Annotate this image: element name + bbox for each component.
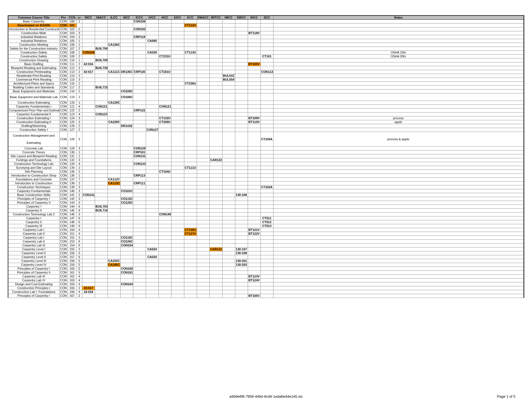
cell-eicc xyxy=(171,35,184,39)
cell-pre: CON xyxy=(59,109,68,113)
cell-scc xyxy=(260,174,273,178)
cell-ncc xyxy=(120,275,133,279)
cell-iccc xyxy=(133,251,146,255)
cell-ivcc xyxy=(146,279,158,282)
table-row: Construction SafetyCON1092CT231UCT101OSH… xyxy=(8,55,524,58)
cell-notes xyxy=(273,101,524,105)
cell-eicc xyxy=(171,275,184,279)
cell-iccc xyxy=(133,263,146,267)
cell-hcc xyxy=(158,282,171,286)
cell-notes xyxy=(273,35,524,39)
cell-kcc xyxy=(184,247,197,251)
cell-cr: 4 xyxy=(76,290,82,294)
cell-cr: 3 xyxy=(76,170,82,174)
cell-scc xyxy=(260,82,273,86)
cell-notes xyxy=(273,267,524,271)
cell-kcc xyxy=(184,58,197,62)
cell-pre: CON xyxy=(59,124,68,128)
cell-nicc xyxy=(82,74,95,78)
cell-nicc: CON108 xyxy=(82,51,95,55)
cell-scc xyxy=(260,39,273,43)
cell-nicc xyxy=(82,24,95,27)
cell-ilcc xyxy=(108,20,120,24)
cell-ihcc: BT109V xyxy=(248,116,260,120)
cell-witcc xyxy=(209,259,222,263)
cell-ihcc xyxy=(248,43,260,47)
cell-ivcc xyxy=(146,263,158,267)
cell-nicc xyxy=(82,216,95,220)
cell-hcc xyxy=(158,271,171,275)
table-row: Construction Lab I: FoundationsCON166418… xyxy=(8,290,524,294)
cell-eicc xyxy=(171,240,184,244)
cell-pre: CON xyxy=(59,55,68,58)
cell-ivcc xyxy=(146,267,158,271)
column-header: CCN xyxy=(68,16,76,20)
cell-hcc xyxy=(158,132,171,147)
cell-ivcc xyxy=(146,35,158,39)
cell-ncc xyxy=(120,224,133,228)
cell-ccn: 140 xyxy=(68,189,76,193)
cell-cr: 3 xyxy=(76,120,82,124)
cell-eicc xyxy=(171,244,184,247)
cell-ncc xyxy=(120,20,133,24)
cell-ilcc xyxy=(108,24,120,27)
cell-niacc xyxy=(95,279,108,282)
cell-kcc xyxy=(184,216,197,220)
cell-cr: 5 xyxy=(76,259,82,263)
cell-niacc: BUIL710 xyxy=(95,209,108,213)
cell-cr: 4 xyxy=(76,162,82,166)
cell-iccc xyxy=(133,78,146,82)
cell-eicc xyxy=(171,82,184,86)
cell-notes: OSHA 30hr xyxy=(273,55,524,58)
cell-iccc xyxy=(133,216,146,220)
cell-cr: 6 xyxy=(76,220,82,224)
cell-notes xyxy=(273,58,524,62)
cell-ilcc: CA245C xyxy=(108,263,120,267)
cell-ilcc xyxy=(108,66,120,70)
cell-pre: CON xyxy=(59,205,68,209)
cell-iccc xyxy=(133,275,146,279)
cell-ilcc xyxy=(108,244,120,247)
cell-ihcc xyxy=(248,90,260,93)
cell-ihcc: BT123V xyxy=(248,275,260,279)
cell-notes xyxy=(273,158,524,162)
cell-cr: 6 xyxy=(76,240,82,244)
cell-kcc xyxy=(184,286,197,290)
cell-ccn: 133 xyxy=(68,162,76,166)
cell-ivcc: CA039 xyxy=(146,51,158,55)
cell-ncc xyxy=(120,116,133,120)
column-header: Pre xyxy=(59,16,68,20)
cell-iwcc xyxy=(222,251,235,255)
cell-dmacc xyxy=(197,189,209,193)
cell-kcc xyxy=(184,193,197,197)
cell-iwcc xyxy=(222,58,235,62)
cell-dmacc xyxy=(197,255,209,259)
cell-ncc xyxy=(120,132,133,147)
cell-ihcc xyxy=(248,240,260,244)
cell-kcc xyxy=(184,27,197,31)
cell-ivcc xyxy=(146,189,158,193)
cell-nicc xyxy=(82,86,95,90)
cell-hcc: CON146 xyxy=(158,213,171,216)
cell-dmacc xyxy=(197,132,209,147)
cell-iccc xyxy=(133,197,146,201)
cell-kcc xyxy=(184,162,197,166)
cell-kcc xyxy=(184,259,197,263)
cell-swcc: 130:201 xyxy=(235,259,248,263)
cell-ccn: 106 xyxy=(68,43,76,47)
cell-witcc xyxy=(209,147,222,150)
cell-witcc xyxy=(209,120,222,124)
cell-hcc xyxy=(158,39,171,43)
cell-ivcc xyxy=(146,236,158,240)
cell-ivcc xyxy=(146,174,158,178)
cell-niacc xyxy=(95,185,108,189)
cell-dmacc xyxy=(197,93,209,101)
cell-iwcc xyxy=(222,113,235,116)
cell-kcc xyxy=(184,178,197,182)
cell-ivcc xyxy=(146,185,158,189)
cell-iccc xyxy=(133,90,146,93)
cell-hcc xyxy=(158,86,171,90)
cell-ivcc xyxy=(146,120,158,124)
cell-ncc: CON164 xyxy=(120,282,133,286)
cell-hcc xyxy=(158,154,171,158)
